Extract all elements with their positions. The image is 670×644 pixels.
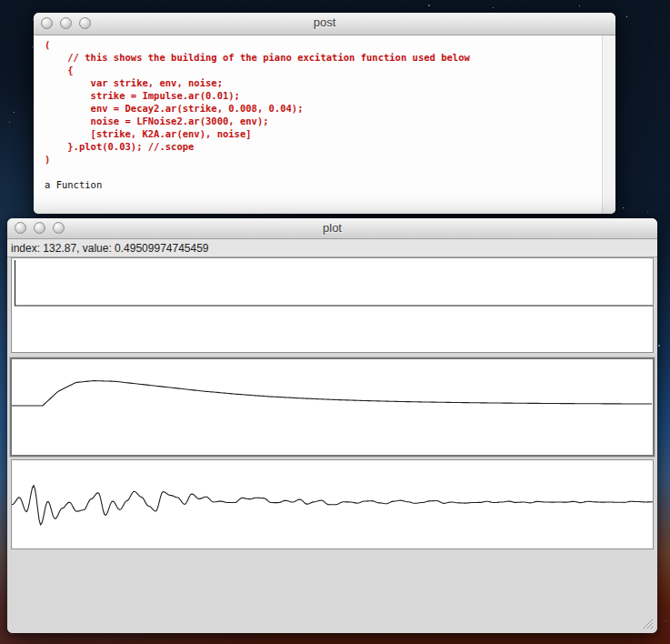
plot-window-titlebar[interactable]: plot	[7, 218, 657, 239]
star	[647, 211, 648, 212]
plot-panel-noise[interactable]	[11, 459, 654, 549]
code-listing: ( // this shows the building of the pian…	[45, 38, 601, 191]
envelope-trace	[12, 359, 653, 455]
code-line: a Function	[45, 178, 601, 191]
desktop-background: post ( // this shows the building of the…	[0, 0, 670, 644]
star	[428, 5, 430, 6]
plot-client-area	[7, 257, 657, 633]
star	[9, 122, 10, 123]
code-line: }.plot(0.03); //.scope	[45, 140, 601, 153]
cursor-readout: index: 132.87, value: 0.49509974745459	[7, 239, 657, 257]
impulse-trace	[12, 258, 653, 352]
resize-grip-icon[interactable]	[641, 617, 654, 629]
star	[665, 620, 666, 621]
code-line: [strike, K2A.ar(env), noise]	[45, 127, 601, 140]
code-line	[45, 166, 601, 178]
code-line: )	[45, 153, 601, 166]
star	[658, 345, 660, 347]
star	[623, 207, 624, 208]
plot-panel-envelope[interactable]	[10, 357, 655, 457]
post-content[interactable]: ( // this shows the building of the pian…	[34, 35, 615, 214]
code-line: // this shows the building of the piano …	[45, 51, 601, 64]
post-window-titlebar[interactable]: post	[34, 13, 615, 35]
star	[579, 5, 580, 6]
plot-window[interactable]: plot index: 132.87, value: 0.49509974745…	[7, 218, 657, 633]
plot-panel-impulse[interactable]	[11, 257, 654, 353]
post-window-title: post	[34, 15, 615, 29]
code-line: strike = Impulse.ar(0.01);	[45, 89, 601, 102]
code-line: (	[45, 38, 601, 51]
code-line: noise = LFNoise2.ar(3000, env);	[45, 115, 601, 127]
code-line: env = Decay2.ar(strike, 0.008, 0.04);	[45, 102, 601, 115]
plot-window-title: plot	[7, 221, 657, 235]
star	[493, 7, 494, 8]
code-line: var strike, env, noise;	[45, 76, 601, 89]
star	[626, 16, 627, 17]
post-scrollbar[interactable]	[602, 35, 615, 214]
noise-trace	[12, 460, 653, 548]
post-window[interactable]: post ( // this shows the building of the…	[34, 13, 615, 214]
star	[14, 112, 15, 113]
code-line: {	[45, 64, 601, 76]
